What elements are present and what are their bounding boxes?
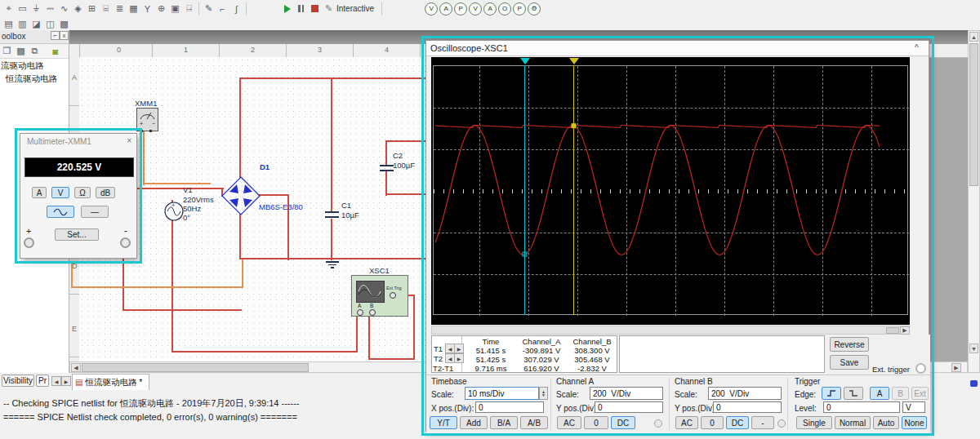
toolbar-icon[interactable]: ⌖	[2, 2, 16, 16]
scope-scroll-right-icon[interactable]: ▶	[900, 326, 910, 335]
channel-a-ypos-input[interactable]	[595, 401, 663, 413]
channel-b-0-button[interactable]: 0	[701, 416, 724, 429]
add-button[interactable]: Add	[460, 416, 488, 429]
multimeter-window[interactable]: Multimeter-XMM1 × 220.525 V A V Ω dB — +…	[20, 133, 137, 259]
toolbar-icon[interactable]: ⊞	[85, 2, 99, 16]
toolbar-icon[interactable]: ⌸	[99, 2, 113, 16]
multimeter-titlebar[interactable]: Multimeter-XMM1 ×	[20, 134, 136, 149]
channel-a-terminal[interactable]	[654, 419, 662, 428]
channel-b-ac-button[interactable]: AC	[675, 416, 698, 429]
trigger-ext-button[interactable]: Ext	[911, 387, 929, 400]
probe-icon[interactable]: P	[513, 2, 526, 16]
edge-rising-button[interactable]	[822, 387, 841, 400]
scroll-down-icon[interactable]: ▼	[969, 344, 978, 353]
run-button[interactable]	[280, 2, 294, 16]
none-button[interactable]: None	[902, 416, 927, 429]
toolbar-icon[interactable]: ▦	[127, 2, 140, 16]
cursor-handle-t2[interactable]	[569, 58, 579, 64]
normal-button[interactable]: Normal	[835, 416, 871, 429]
tree-item-project[interactable]: 流驱动电路	[0, 60, 69, 73]
toolbar-icon[interactable]: ◪	[29, 17, 43, 31]
xsc1-instrument[interactable]: Ext Trig A B	[351, 275, 408, 317]
probe-icon[interactable]: ⚙	[528, 2, 541, 16]
tab-visibility[interactable]: Visibility	[2, 375, 34, 387]
oscilloscope-window[interactable]: Oscilloscope-XSC1 ^ ▶ T1 ◀ ▶ T2 ◀ ▶ T2-T…	[425, 40, 929, 432]
toolbar-icon[interactable]: ≣	[113, 2, 127, 16]
cursor-t1[interactable]	[524, 65, 525, 315]
trigger-b-button[interactable]: B	[892, 387, 909, 400]
trigger-level-unit[interactable]: V	[902, 401, 925, 413]
toolbar-icon[interactable]: ⊕	[154, 2, 168, 16]
ac-mode-button[interactable]	[47, 206, 74, 218]
trigger-level-input[interactable]	[823, 401, 900, 413]
multimeter-plus-terminal[interactable]	[24, 237, 34, 248]
v1-ref[interactable]: V1	[183, 185, 193, 194]
v1-source[interactable]: +	[163, 201, 185, 224]
toolbox-icon[interactable]: ⧉	[28, 44, 42, 58]
toolbar-icon[interactable]: ◫	[43, 17, 57, 31]
toolbox-dock-icon[interactable]: ⌐	[51, 31, 60, 40]
probe-icon[interactable]: A	[439, 2, 452, 16]
d1-ref[interactable]: D1	[260, 162, 270, 171]
mode-a-button[interactable]: A	[32, 187, 47, 198]
ground-symbol[interactable]	[326, 261, 339, 268]
xsc1-b-terminal[interactable]	[369, 309, 376, 316]
scope-hscrollbar[interactable]: ▶	[431, 326, 910, 335]
c1-ref[interactable]: C1	[341, 201, 351, 210]
collapse-icon[interactable]: ^	[915, 43, 919, 52]
channel-b-scale-input[interactable]	[708, 387, 782, 400]
tree-item-sheet[interactable]: 恒流驱动电路	[0, 73, 69, 86]
cursor-t2[interactable]	[573, 65, 574, 315]
channel-b-terminal[interactable]	[777, 419, 786, 428]
probe-icon[interactable]: A	[483, 2, 497, 16]
mode-db-button[interactable]: dB	[96, 187, 115, 198]
toolbar-icon[interactable]: Y	[140, 2, 154, 16]
timebase-scale-input[interactable]	[465, 387, 539, 400]
ab-button[interactable]: A/B	[520, 416, 548, 429]
channel-a-scale-input[interactable]	[590, 387, 663, 400]
toolbar-icon[interactable]: ▣	[168, 2, 182, 16]
single-button[interactable]: Single	[796, 416, 832, 429]
toolbar-icon[interactable]: ⏚	[29, 2, 43, 16]
mode-ohm-button[interactable]: Ω	[74, 187, 91, 198]
probe-icon[interactable]: O	[498, 2, 511, 16]
mode-v-button[interactable]: V	[51, 187, 69, 198]
scroll-left-icon[interactable]: ◀	[71, 363, 81, 372]
toolbar-icon[interactable]: ◈	[71, 2, 85, 16]
toolbar-icon[interactable]: ⍈	[182, 2, 196, 16]
tab-scroll-right-icon[interactable]: ▶	[61, 376, 71, 386]
ext-trigger-terminal[interactable]	[915, 363, 926, 374]
workspace-tab[interactable]: ▤ 恒流驱动电路 *	[72, 374, 149, 390]
channel-b-neg-button[interactable]: -	[751, 416, 774, 429]
save-button[interactable]: Save	[830, 355, 869, 370]
yt-button[interactable]: Y/T	[430, 416, 457, 429]
oscilloscope-titlebar[interactable]: Oscilloscope-XSC1 ^	[426, 41, 929, 56]
set-button[interactable]: Set...	[55, 228, 99, 241]
channel-a-0-button[interactable]: 0	[584, 416, 608, 429]
tab-scroll-left-icon[interactable]: ◀	[51, 376, 61, 386]
toolbox-close-icon[interactable]: x	[60, 31, 69, 40]
xmm1-instrument[interactable]: +−	[136, 108, 158, 131]
xmm1-label[interactable]: XMM1	[135, 99, 157, 108]
t2-right-icon[interactable]: ▶	[454, 353, 464, 363]
toolbox-icon[interactable]: ❐	[0, 44, 14, 58]
reverse-button[interactable]: Reverse	[830, 337, 869, 352]
c1-capacitor[interactable]	[325, 211, 339, 218]
canvas-vscrollbar[interactable]: ▲ ▼	[968, 30, 980, 373]
toolbar-icon[interactable]: ⌐	[216, 2, 229, 16]
scroll-right-icon[interactable]: ▶	[951, 363, 961, 372]
d1-bridge-rectifier[interactable]	[221, 176, 261, 217]
tab-pr[interactable]: Pr	[36, 375, 49, 387]
toolbar-icon[interactable]: ▩	[57, 17, 71, 31]
xsc1-label[interactable]: XSC1	[369, 266, 390, 275]
toolbar-icon[interactable]: ▭	[16, 2, 29, 16]
channel-b-ypos-input[interactable]	[713, 401, 782, 413]
toolbar-icon[interactable]: ▤	[2, 17, 16, 31]
probe-icon[interactable]: V	[469, 2, 482, 16]
timebase-xpos-input[interactable]	[475, 401, 544, 413]
channel-a-ac-button[interactable]: AC	[557, 416, 581, 429]
toolbar-icon[interactable]: ▥	[16, 17, 29, 31]
auto-button[interactable]: Auto	[873, 416, 899, 429]
toolbar-icon[interactable]: ∿	[57, 2, 71, 16]
xsc1-a-terminal[interactable]	[357, 309, 363, 316]
